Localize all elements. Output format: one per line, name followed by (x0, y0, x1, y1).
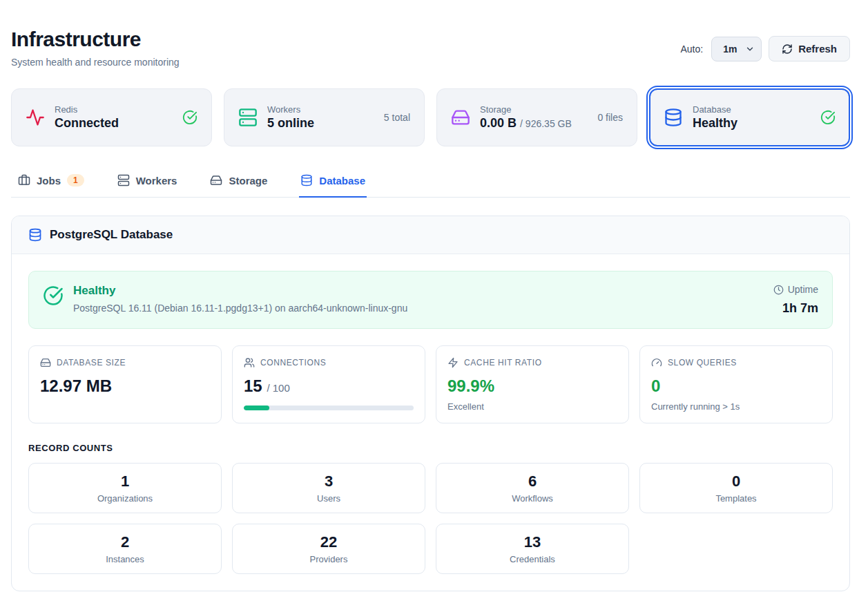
hard-drive-icon (210, 174, 222, 187)
page-heading-block: Infrastructure System health and resourc… (11, 28, 180, 68)
status-card-database[interactable]: Database Healthy (649, 88, 850, 146)
count-label: Organizations (36, 493, 214, 504)
status-card-label: Storage (480, 104, 588, 115)
refresh-icon (782, 44, 793, 55)
hard-drive-icon (40, 357, 51, 368)
hard-drive-icon (451, 108, 470, 127)
check-circle-icon (43, 285, 64, 306)
tab-jobs[interactable]: Jobs 1 (17, 169, 86, 198)
server-icon (117, 174, 130, 187)
storage-total-value: / 926.35 GB (520, 118, 572, 129)
database-panel: PostgreSQL Database Healthy PostgreSQL 1… (11, 216, 850, 591)
metric-label: CACHE HIT RATIO (464, 358, 542, 368)
panel-title: PostgreSQL Database (50, 228, 173, 242)
count-value: 2 (36, 533, 214, 551)
count-card-credentials: 13 Credentials (436, 524, 629, 574)
count-value: 1 (36, 473, 214, 490)
check-circle-icon (820, 110, 836, 125)
tab-storage[interactable]: Storage (209, 169, 269, 198)
metric-card-cache-hit-ratio: CACHE HIT RATIO 99.9% Excellent (436, 345, 629, 423)
count-card-users: 3 Users (232, 463, 425, 513)
metric-card-slow-queries: SLOW QUERIES 0 Currently running > 1s (639, 345, 833, 423)
storage-used-value: 0.00 B (480, 116, 517, 130)
status-card-label: Database (693, 104, 811, 115)
count-value: 0 (647, 473, 825, 490)
metric-value: 99.9% (447, 376, 617, 396)
page-header: Infrastructure System health and resourc… (11, 28, 850, 68)
count-card-organizations: 1 Organizations (28, 463, 222, 513)
count-label: Credentials (443, 554, 621, 564)
uptime-label: Uptime (788, 284, 818, 295)
server-icon (238, 108, 258, 127)
count-value: 22 (240, 533, 418, 551)
activity-icon (26, 108, 45, 127)
metric-label: DATABASE SIZE (57, 358, 126, 368)
status-card-extra: 0 files (597, 112, 623, 123)
status-card-value: Healthy (693, 116, 811, 131)
infrastructure-page: Infrastructure System health and resourc… (0, 0, 868, 601)
count-card-instances: 2 Instances (28, 524, 222, 574)
metric-label: CONNECTIONS (260, 358, 326, 368)
status-card-label: Workers (267, 104, 374, 115)
status-card-workers[interactable]: Workers 5 online 5 total (224, 88, 425, 146)
tab-label: Database (319, 175, 365, 187)
status-card-value: 5 online (267, 116, 374, 131)
metric-card-database-size: DATABASE SIZE 12.97 MB (28, 345, 222, 423)
jobs-count-badge: 1 (67, 174, 84, 187)
status-card-extra: 5 total (384, 112, 410, 123)
briefcase-icon (18, 174, 30, 187)
tab-bar: Jobs 1 Workers Storage Database (11, 169, 850, 198)
metric-card-connections: CONNECTIONS 15 / 100 (232, 345, 425, 423)
status-card-grid: Redis Connected Workers 5 online 5 total… (11, 88, 850, 146)
refresh-button[interactable]: Refresh (769, 36, 850, 61)
page-subtitle: System health and resource monitoring (11, 57, 180, 68)
tab-workers[interactable]: Workers (116, 169, 179, 198)
gauge-icon (651, 357, 662, 368)
metric-subtext: Currently running > 1s (651, 401, 821, 412)
connections-progress-fill (244, 406, 269, 410)
status-card-value: 0.00 B / 926.35 GB (480, 116, 588, 131)
metric-card-grid: DATABASE SIZE 12.97 MB CONNECTIONS 15 / … (28, 345, 833, 423)
metric-value: 0 (651, 376, 821, 396)
clock-icon (773, 285, 784, 295)
panel-header: PostgreSQL Database (12, 216, 849, 254)
metric-value: 12.97 MB (40, 376, 210, 396)
connections-max: / 100 (267, 382, 289, 394)
interval-select[interactable]: 1m (711, 37, 762, 61)
page-title: Infrastructure (11, 28, 180, 51)
status-card-storage[interactable]: Storage 0.00 B / 926.35 GB 0 files (436, 88, 637, 146)
interval-select-wrap: 1m (711, 37, 762, 61)
count-card-templates: 0 Templates (639, 463, 833, 513)
count-label: Templates (647, 493, 825, 504)
uptime-block: Uptime 1h 7m (773, 284, 818, 316)
count-label: Workflows (443, 493, 621, 504)
users-icon (244, 357, 255, 368)
zap-icon (447, 357, 459, 368)
count-label: Instances (36, 554, 214, 564)
metric-value: 15 / 100 (244, 376, 414, 396)
health-status-banner: Healthy PostgreSQL 16.11 (Debian 16.11-1… (28, 271, 833, 329)
database-icon (28, 228, 42, 242)
count-value: 3 (240, 473, 418, 490)
tab-label: Workers (136, 175, 177, 187)
status-card-label: Redis (55, 104, 173, 115)
count-label: Providers (240, 554, 418, 564)
count-card-workflows: 6 Workflows (436, 463, 629, 513)
refresh-button-label: Refresh (798, 43, 837, 55)
panel-body: Healthy PostgreSQL 16.11 (Debian 16.11-1… (12, 254, 849, 591)
count-value: 13 (443, 533, 621, 551)
metric-label: SLOW QUERIES (668, 358, 737, 368)
metric-subtext: Excellent (447, 401, 617, 412)
postgres-version-text: PostgreSQL 16.11 (Debian 16.11-1.pgdg13+… (73, 303, 764, 314)
connections-current: 15 (244, 376, 262, 395)
check-circle-icon (182, 110, 197, 125)
database-icon (300, 174, 313, 187)
count-card-providers: 22 Providers (232, 524, 425, 574)
status-card-value: Connected (55, 116, 173, 131)
header-controls: Auto: 1m Refresh (680, 36, 850, 61)
tab-label: Jobs (37, 175, 61, 187)
auto-refresh-label: Auto: (680, 44, 703, 55)
record-counts-heading: RECORD COUNTS (28, 443, 833, 453)
tab-database[interactable]: Database (299, 169, 367, 198)
status-card-redis[interactable]: Redis Connected (11, 88, 212, 146)
